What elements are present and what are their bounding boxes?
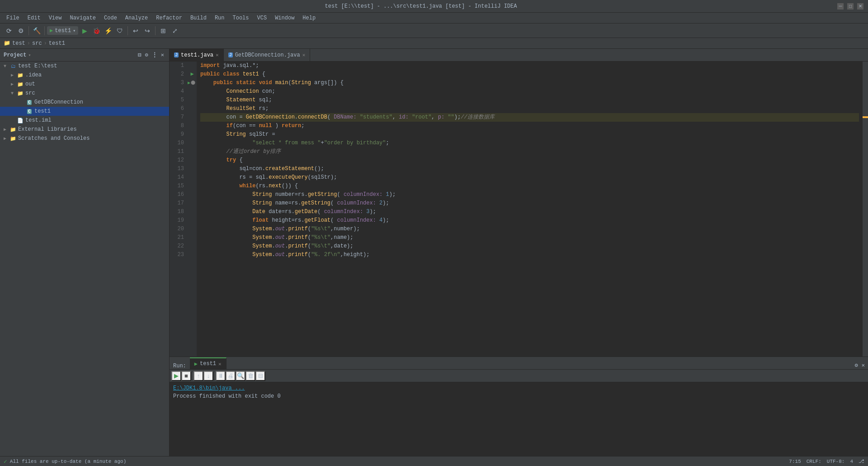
console-scroll-up[interactable]: ↑ <box>193 371 203 381</box>
run-icon-line2[interactable]: ▶ <box>188 70 197 79</box>
menu-item-run[interactable]: Run <box>211 14 228 22</box>
close-button[interactable]: ✕ <box>857 3 863 10</box>
code-line-3: public static void main(String args[]) { <box>200 79 859 87</box>
tree-item-out[interactable]: ▶ 📁 out <box>0 80 169 89</box>
sidebar: Project ▾ ⊟ ⚙ ⋮ ✕ ▼ 🗂 test E:\test ▶ 📁 .… <box>0 49 170 456</box>
menu-item-vcs[interactable]: VCS <box>254 14 271 22</box>
undo-button[interactable]: ↩ <box>130 25 141 36</box>
tree-item-idea[interactable]: ▶ 📁 .idea <box>0 71 169 80</box>
status-message: All files are up-to-date (a minute ago) <box>10 459 126 464</box>
sidebar-dropdown-icon[interactable]: ▾ <box>28 52 31 58</box>
bottom-tab-run[interactable]: ▶ test1 ✕ <box>190 357 226 369</box>
tree-label-src: src <box>25 90 35 96</box>
run-label: Run: <box>170 363 190 369</box>
menu-item-navigate[interactable]: Navigate <box>66 14 99 22</box>
coverage-button[interactable]: 🛡 <box>114 25 125 36</box>
sidebar-hide-btn[interactable]: ✕ <box>160 51 165 59</box>
layout-button[interactable]: ⊞ <box>158 25 169 36</box>
tree-label-test1: test1 <box>34 108 51 114</box>
tree-item-iml[interactable]: 📄 test.iml <box>0 116 169 125</box>
java-icon-test1: C <box>26 108 33 115</box>
status-git-icon[interactable]: ⎇ <box>859 458 864 464</box>
code-line-13: sql=con.createStatement(); <box>200 165 859 173</box>
console-path[interactable]: E:\JDK1.8\bin\java ... <box>173 385 245 391</box>
sync-button[interactable]: ⟳ <box>4 25 14 36</box>
toolbar-separator-4 <box>155 26 156 35</box>
menu-item-edit[interactable]: Edit <box>24 14 44 22</box>
console-print-btn[interactable]: 🖨 <box>226 371 236 381</box>
tree-item-test[interactable]: ▼ 🗂 test E:\test <box>0 62 169 71</box>
sidebar-collapse-all-btn[interactable]: ⊟ <box>137 51 142 59</box>
menu-item-window[interactable]: Window <box>271 14 298 22</box>
run-icon-line3[interactable]: ▶⬤ <box>188 79 197 87</box>
build-button[interactable]: 🔨 <box>31 25 42 36</box>
tab-getdb[interactable]: J GetDBConnection.java ✕ <box>224 49 311 61</box>
status-encoding[interactable]: UTF-8: <box>827 459 845 464</box>
tree-label-test: test E:\test <box>18 63 57 69</box>
status-position[interactable]: 7:15 <box>789 459 801 464</box>
sidebar-settings-btn[interactable]: ⚙ <box>144 51 150 59</box>
minimize-button[interactable]: ─ <box>837 3 844 10</box>
console-line-2: Process finished with exit code 0 <box>173 392 864 400</box>
bottom-hide-btn[interactable]: ✕ <box>860 361 866 369</box>
code-line-8: if(con == null ) return; <box>200 122 859 130</box>
tree-item-src[interactable]: ▼ 📁 src <box>0 89 169 98</box>
tab-test1[interactable]: J test1.java ✕ <box>170 49 224 61</box>
breadcrumb-file[interactable]: test1 <box>49 40 65 47</box>
console-run-btn[interactable]: ▶ <box>171 371 181 381</box>
editor-content[interactable]: 12345 678910 1112131415 1617181920 21222… <box>170 62 868 357</box>
status-sync-icon[interactable]: ✓ <box>4 458 7 465</box>
menu-item-help[interactable]: Help <box>299 14 319 22</box>
menu-item-build[interactable]: Build <box>187 14 210 22</box>
redo-button[interactable]: ↪ <box>142 25 153 36</box>
code-line-23: System.out.printf("%. 2f\n",height); <box>200 251 859 259</box>
tree-item-test1[interactable]: C test1 <box>0 107 169 116</box>
console-stop-btn[interactable]: ■ <box>181 371 191 381</box>
sidebar-gear-btn[interactable]: ⋮ <box>151 51 159 59</box>
run-toolbar: ▶ ■ ↑ ↓ ⏸ 🖨 🔍 🗑 ⊟ <box>170 370 868 382</box>
menu-item-file[interactable]: File <box>3 14 23 22</box>
profile-button[interactable]: ⚡ <box>103 25 113 36</box>
run-config-selector[interactable]: ▶ test1 ▾ <box>47 26 78 35</box>
debug-button[interactable]: 🐞 <box>91 25 102 36</box>
tree-item-getdb[interactable]: C GetDBConnection <box>0 98 169 107</box>
menu-item-view[interactable]: View <box>45 14 66 22</box>
tab-close-test1[interactable]: ✕ <box>216 52 219 58</box>
run-config-icon: ▶ <box>50 27 53 34</box>
expand-button[interactable]: ⤢ <box>170 25 180 36</box>
console-scroll-down[interactable]: ↓ <box>203 371 213 381</box>
menu-bar: FileEditViewNavigateCodeAnalyzeRefactorB… <box>0 13 868 24</box>
menu-item-tools[interactable]: Tools <box>229 14 253 22</box>
breadcrumb-project[interactable]: test <box>12 40 25 47</box>
breadcrumb-src[interactable]: src <box>32 40 42 47</box>
tree-label-scratches: Scratches and Consoles <box>18 135 90 142</box>
tab-java-icon-getdb: J <box>228 52 233 57</box>
run-button[interactable]: ▶ <box>79 25 90 36</box>
menu-item-analyze[interactable]: Analyze <box>122 14 151 22</box>
console-fold-btn[interactable]: ⊟ <box>255 371 265 381</box>
tab-java-icon-test1: J <box>174 52 179 57</box>
tab-label-test1: test1.java <box>181 52 213 58</box>
gutter-mark-1[interactable] <box>863 116 868 118</box>
tree-item-scratches[interactable]: ▶ 📁 Scratches and Consoles <box>0 134 169 143</box>
maximize-button[interactable]: □ <box>847 3 854 10</box>
tree-item-ext-libs[interactable]: ▶ 📁 External Libraries <box>0 125 169 134</box>
code-line-11: //通过order by排序 <box>200 147 859 156</box>
bottom-tab-label: test1 <box>200 361 216 367</box>
toolbar-separator-1 <box>28 26 29 35</box>
bottom-tab-close[interactable]: ✕ <box>218 361 222 367</box>
sidebar-title: Project <box>4 52 26 58</box>
status-line-ending[interactable]: CRLF: <box>807 459 821 464</box>
console-pause-btn[interactable]: ⏸ <box>216 371 226 381</box>
menu-item-code[interactable]: Code <box>100 14 121 22</box>
tree-arrow-scratches: ▶ <box>2 136 8 141</box>
menu-item-refactor[interactable]: Refactor <box>152 14 186 22</box>
tab-label-getdb: GetDBConnection.java <box>235 52 300 58</box>
console-clear-btn[interactable]: 🗑 <box>245 371 255 381</box>
config-button[interactable]: ⚙ <box>15 25 26 36</box>
console-output: E:\JDK1.8\bin\java ... Process finished … <box>170 382 868 456</box>
console-filter-btn[interactable]: 🔍 <box>236 371 245 381</box>
code-area[interactable]: import java.sql.*; public class test1 { … <box>197 62 863 357</box>
tab-close-getdb[interactable]: ✕ <box>302 52 306 58</box>
bottom-settings-btn[interactable]: ⚙ <box>854 361 859 369</box>
